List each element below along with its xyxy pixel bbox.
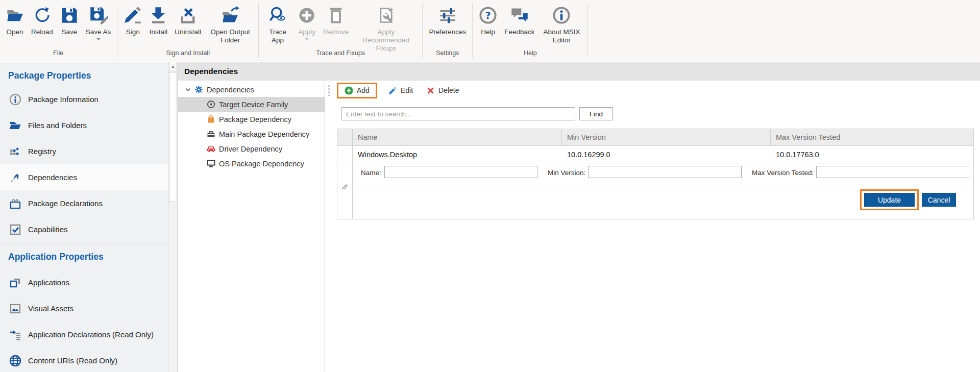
sign-button[interactable]: Sign: [120, 3, 145, 36]
remove-button[interactable]: Remove: [320, 3, 352, 36]
about-info-icon: [552, 4, 571, 27]
app-window-icon: [9, 277, 21, 289]
cell-min-version: 10.0.16299.0: [562, 146, 771, 163]
apply-recommended-fixups-button[interactable]: Apply Recommended Fixups: [352, 3, 420, 53]
delete-button[interactable]: Delete: [422, 84, 463, 97]
sidebar-item-package-declarations[interactable]: Package Declarations: [0, 190, 168, 216]
column-header-max-version-tested[interactable]: Max Version Tested: [771, 129, 973, 145]
detail-toolbar: Add Edit Delete: [326, 82, 463, 99]
scrollbar-thumb[interactable]: [169, 72, 177, 202]
sidebar-item-label: Capabilities: [28, 225, 68, 234]
sidebar-item-label: Applications: [28, 278, 69, 287]
uninstall-button[interactable]: Uninstall: [171, 3, 205, 36]
sidebar-item-applications[interactable]: Applications: [0, 269, 168, 295]
toolbar-button-label: Delete: [438, 86, 459, 94]
open-output-folder-icon: [221, 4, 239, 27]
section-heading-package-properties: Package Properties: [0, 62, 168, 86]
ribbon-separator: [422, 3, 423, 58]
save-button[interactable]: Save: [57, 3, 82, 36]
min-version-field[interactable]: [589, 166, 742, 178]
table-row[interactable]: Windows.Desktop 10.0.16299.0 10.0.17763.…: [337, 146, 974, 163]
ribbon-group-label: Settings: [423, 49, 472, 59]
apply-button[interactable]: Apply: [294, 3, 320, 40]
max-version-field-label: Max Version Tested:: [752, 169, 814, 177]
editor-body: Name: Min Version: Max Version Tested: U…: [353, 163, 973, 219]
tree-node-dependencies[interactable]: Dependencies: [178, 82, 325, 97]
save-as-button[interactable]: Save As: [82, 3, 115, 40]
add-button[interactable]: Add: [340, 84, 374, 97]
open-button[interactable]: Open: [2, 3, 28, 36]
section-heading-application-properties: Application Properties: [0, 244, 168, 269]
ribbon-group-label: File: [0, 49, 116, 59]
sidebar-item-dependencies[interactable]: Dependencies: [0, 164, 168, 190]
globe-icon: [9, 355, 21, 367]
help-button[interactable]: ? Help: [475, 3, 501, 36]
search-input[interactable]: [341, 107, 575, 120]
button-label: Save As: [86, 28, 111, 36]
page-title: Dependencies: [178, 67, 238, 76]
button-label: Open: [6, 28, 23, 36]
delete-x-icon: [426, 86, 435, 95]
cell-max-version: 10.0.17763.0: [771, 146, 973, 163]
edit-button[interactable]: Edit: [384, 84, 417, 97]
table-gutter-header: [337, 129, 353, 145]
install-arrow-icon: [149, 4, 167, 27]
tree-node-driver-dependency[interactable]: Driver Dependency: [178, 141, 325, 156]
button-label: About MSIX Editor: [542, 28, 581, 44]
folder-icon: [9, 119, 21, 132]
chevron-down-icon: [305, 38, 309, 40]
open-output-folder-button[interactable]: Open Output Folder: [205, 3, 256, 44]
ribbon-group-sign-install: Sign Install Uninstall Open Output Folde…: [118, 0, 258, 61]
sidebar-item-registry[interactable]: Registry: [0, 138, 168, 164]
sign-pencil-icon: [124, 4, 142, 27]
sidebar-scrollbar[interactable]: ▲: [168, 62, 178, 372]
button-label: Trace App: [265, 28, 290, 44]
column-header-name[interactable]: Name: [353, 129, 562, 145]
reload-button[interactable]: Reload: [28, 3, 57, 36]
tree-node-label: Package Dependency: [219, 115, 291, 123]
install-button[interactable]: Install: [145, 3, 171, 36]
fixups-icon: [377, 4, 395, 27]
list-arrow-icon: [9, 329, 21, 341]
uninstall-icon: [179, 4, 197, 27]
ribbon-group-file: Open Reload Save Save As: [0, 0, 116, 61]
preferences-button[interactable]: Preferences: [425, 3, 470, 36]
feedback-button[interactable]: Feedback: [501, 3, 538, 36]
help-icon: ?: [479, 4, 497, 27]
registry-icon: [9, 145, 21, 158]
ribbon-group-label: Help: [473, 49, 587, 59]
preferences-sliders-icon: [438, 4, 457, 27]
trace-app-button[interactable]: Trace App: [261, 3, 294, 44]
find-button[interactable]: Find: [579, 107, 613, 120]
sidebar-item-files-and-folders[interactable]: Files and Folders: [0, 112, 168, 138]
sidebar-item-label: Package Declarations: [28, 199, 103, 208]
chevron-down-icon[interactable]: [185, 86, 191, 93]
sidebar-item-content-uris[interactable]: Content URIs (Read Only): [0, 348, 168, 372]
sidebar-item-visual-assets[interactable]: Visual Assets: [0, 295, 168, 321]
editor-separator: [358, 186, 968, 186]
column-header-min-version[interactable]: Min Version: [562, 129, 771, 145]
tree-node-package-dependency[interactable]: Package Dependency: [178, 112, 325, 127]
sidebar-item-application-declarations[interactable]: Application Declarations (Read Only): [0, 321, 168, 348]
tree-node-target-device-family[interactable]: Target Device Family: [178, 97, 325, 112]
edit-pencil-icon: [388, 86, 397, 95]
toolbar-button-label: Add: [357, 86, 370, 94]
min-version-field-label: Min Version:: [548, 169, 585, 177]
tree-node-os-package-dependency[interactable]: OS Package Dependency: [178, 156, 325, 171]
sidebar-item-capabilities[interactable]: Capabilities: [0, 216, 168, 242]
cancel-button[interactable]: Cancel: [922, 193, 956, 207]
tree-node-main-package-dependency[interactable]: Main Package Dependency: [178, 127, 325, 141]
about-msix-editor-button[interactable]: About MSIX Editor: [538, 3, 585, 44]
dependency-detail-panel: Add Edit Delete Find Name Min Ver: [326, 81, 980, 372]
button-label: Save: [61, 28, 77, 36]
sidebar-item-label: Application Declarations (Read Only): [28, 330, 154, 339]
update-button[interactable]: Update: [864, 193, 915, 207]
tree-node-label: OS Package Dependency: [219, 160, 304, 168]
scrollbar-up-arrow[interactable]: ▲: [169, 62, 177, 71]
max-version-field[interactable]: [816, 166, 969, 178]
name-field[interactable]: [384, 166, 537, 178]
ribbon: Open Reload Save Save As: [0, 0, 980, 61]
toolbar-grip-handle[interactable]: [328, 85, 330, 96]
sidebar-item-package-information[interactable]: Package Information: [0, 86, 168, 112]
dependencies-icon: [9, 171, 21, 184]
